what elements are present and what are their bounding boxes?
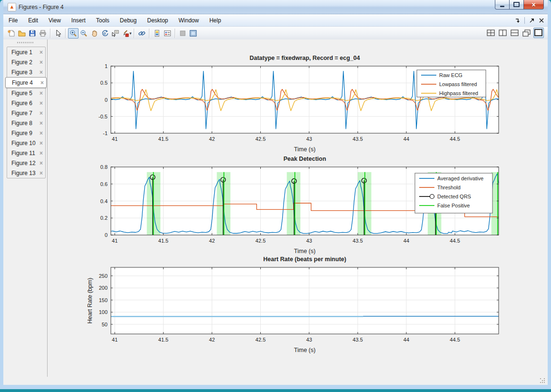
edit-plot-cursor-button[interactable]	[53, 28, 63, 39]
matlab-figures-icon: ▲	[8, 3, 16, 11]
figures-window: ▲ Figures - Figure 4 × FileEditViewInser…	[0, 0, 551, 389]
tab-close-icon[interactable]: ×	[39, 120, 43, 126]
figure-tab[interactable]: Figure 13 ×	[7, 168, 45, 178]
show-plot-tools-button[interactable]	[188, 28, 198, 39]
tab-close-icon[interactable]: ×	[39, 160, 43, 166]
svg-text:Heart Rate (beats per minute): Heart Rate (beats per minute)	[263, 256, 346, 263]
tab-close-icon[interactable]: ×	[39, 49, 43, 55]
tile-grid-button[interactable]	[486, 28, 496, 38]
maximize-button[interactable]	[510, 0, 524, 10]
tile-columns-button[interactable]	[498, 28, 508, 38]
link-plot-button[interactable]	[137, 28, 147, 39]
figure-tab-label: Figure 5	[11, 90, 32, 97]
insert-legend-button[interactable]	[162, 28, 173, 39]
figure-tab[interactable]: Figure 6 ×	[7, 98, 45, 108]
tab-close-icon[interactable]: ×	[39, 150, 43, 156]
svg-text:-0.5: -0.5	[98, 114, 108, 119]
svg-text:42: 42	[209, 238, 215, 244]
menu-item[interactable]: Window	[173, 15, 204, 26]
tab-close-icon[interactable]: ×	[39, 90, 43, 96]
tab-close-icon[interactable]: ×	[39, 130, 43, 136]
svg-text:150: 150	[99, 297, 108, 303]
close-button[interactable]: ×	[524, 0, 544, 10]
figure-toolbar: ▾	[3, 27, 548, 40]
figure-tab[interactable]: Figure 9 ×	[7, 128, 45, 138]
tab-close-icon[interactable]: ×	[39, 59, 43, 65]
insert-colorbar-button[interactable]	[152, 28, 162, 39]
title-bar[interactable]: ▲ Figures - Figure 4 ×	[3, 0, 548, 14]
menu-item[interactable]: Tools	[91, 15, 115, 26]
save-figure-button[interactable]	[27, 28, 38, 39]
figure-canvas[interactable]: 4141.54242.54343.54444.5-1-0.500.51Datat…	[48, 39, 548, 377]
tab-close-icon[interactable]: ×	[39, 69, 43, 75]
pan-hand-button[interactable]	[89, 28, 99, 39]
dock-figure-icon[interactable]	[514, 17, 521, 24]
new-figure-button[interactable]	[6, 28, 17, 39]
maximize-tile-button[interactable]	[533, 28, 544, 38]
svg-text:44: 44	[403, 238, 409, 244]
figure-tab[interactable]: Figure 4 ×	[5, 77, 47, 88]
figure-tab-label: Figure 4	[12, 79, 33, 86]
svg-text:41.5: 41.5	[158, 238, 168, 244]
svg-text:Raw ECG: Raw ECG	[439, 72, 462, 78]
svg-text:43.5: 43.5	[353, 238, 363, 244]
brush-dropdown-icon[interactable]: ▾	[129, 31, 132, 36]
menu-items: FileEditViewInsertToolsDebugDesktopWindo…	[3, 15, 226, 26]
menu-item[interactable]: Edit	[23, 15, 43, 26]
tile-rows-button[interactable]	[510, 28, 520, 38]
undock-icon[interactable]	[528, 17, 535, 24]
subplot-charts[interactable]: 4141.54242.54343.54444.5-1-0.500.51Datat…	[48, 39, 547, 377]
print-figure-button[interactable]	[38, 28, 48, 39]
menu-separator	[524, 17, 525, 24]
menu-item[interactable]: View	[43, 15, 66, 26]
zoom-in-button[interactable]	[68, 28, 79, 39]
tab-close-icon[interactable]: ×	[39, 140, 43, 146]
close-panel-icon[interactable]	[538, 17, 545, 24]
figure-tab[interactable]: Figure 2 ×	[7, 57, 45, 67]
figure-tab-label: Figure 13	[11, 170, 36, 176]
data-cursor-button[interactable]	[110, 28, 120, 39]
menu-item[interactable]: Debug	[115, 15, 142, 26]
menu-item[interactable]: File	[3, 15, 23, 26]
svg-text:Peak Detection: Peak Detection	[284, 156, 326, 162]
tab-close-icon[interactable]: ×	[40, 80, 44, 86]
open-file-button[interactable]	[17, 28, 27, 39]
figure-tab[interactable]: Figure 3 ×	[7, 67, 45, 77]
svg-text:43: 43	[306, 238, 312, 244]
figure-tab-label: Figure 1	[11, 49, 32, 56]
close-icon: ×	[531, 1, 535, 8]
tab-close-icon[interactable]: ×	[39, 170, 43, 176]
panel-grip-handle[interactable]	[17, 42, 33, 43]
hide-plot-tools-button[interactable]	[177, 28, 188, 39]
svg-text:41: 41	[112, 238, 118, 244]
figure-tab-label: Figure 6	[11, 100, 32, 107]
svg-text:42: 42	[209, 337, 215, 343]
figure-tab[interactable]: Figure 7 ×	[7, 108, 45, 118]
resize-grip[interactable]	[540, 378, 545, 383]
svg-text:44: 44	[403, 337, 409, 343]
figure-tab[interactable]: Figure 8 ×	[7, 118, 45, 128]
rotate-3d-button[interactable]	[99, 28, 110, 39]
menu-item[interactable]: Help	[204, 15, 226, 26]
svg-text:50: 50	[102, 322, 108, 327]
tab-close-icon[interactable]: ×	[39, 100, 43, 106]
svg-text:43.5: 43.5	[353, 337, 363, 343]
figure-tab[interactable]: Figure 11 ×	[7, 148, 45, 158]
svg-text:43.5: 43.5	[353, 136, 363, 142]
minimize-icon	[500, 6, 504, 7]
svg-text:Lowpass filtered: Lowpass filtered	[439, 81, 477, 87]
figure-tab[interactable]: Figure 12 ×	[7, 158, 45, 168]
figure-tab[interactable]: Figure 5 ×	[7, 88, 45, 98]
menu-item[interactable]: Desktop	[142, 15, 173, 26]
svg-text:Time (s): Time (s)	[294, 347, 315, 353]
figure-tab[interactable]: Figure 10 ×	[7, 138, 45, 148]
figure-tab[interactable]: Figure 1 ×	[7, 47, 45, 57]
zoom-out-button[interactable]	[79, 28, 89, 39]
toolbar-separator	[65, 29, 66, 38]
svg-text:-1: -1	[103, 130, 108, 136]
float-windows-button[interactable]	[521, 28, 532, 38]
tab-close-icon[interactable]: ×	[39, 110, 43, 116]
menu-bar: FileEditViewInsertToolsDebugDesktopWindo…	[3, 14, 548, 27]
menu-item[interactable]: Insert	[66, 15, 91, 26]
minimize-button[interactable]	[495, 0, 510, 10]
